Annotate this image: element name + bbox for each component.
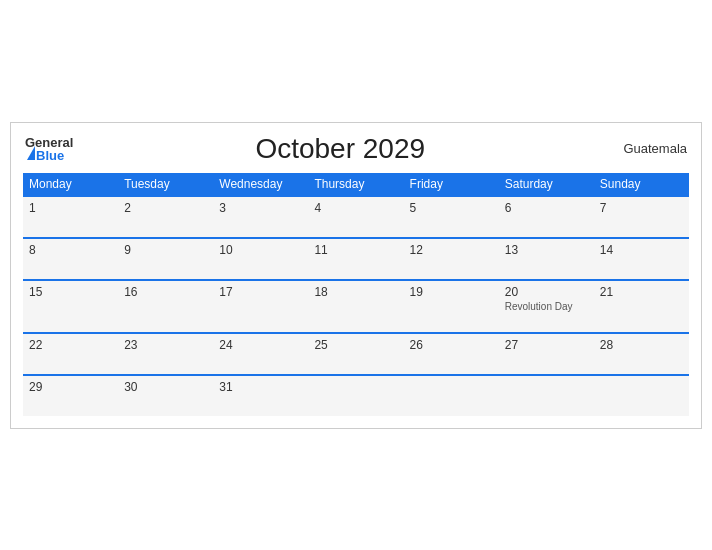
header-wednesday: Wednesday <box>213 173 308 196</box>
weekday-header-row: Monday Tuesday Wednesday Thursday Friday… <box>23 173 689 196</box>
calendar-week-row: 293031 <box>23 375 689 416</box>
calendar-day-cell: 30 <box>118 375 213 416</box>
calendar-day-cell: 21 <box>594 280 689 333</box>
calendar-day-cell: 15 <box>23 280 118 333</box>
calendar-day-cell <box>308 375 403 416</box>
day-number: 20 <box>505 285 588 299</box>
logo: General Blue <box>25 136 73 162</box>
calendar-day-cell: 28 <box>594 333 689 375</box>
logo-triangle-icon <box>27 146 35 160</box>
header-friday: Friday <box>404 173 499 196</box>
calendar-day-cell: 4 <box>308 196 403 238</box>
header-saturday: Saturday <box>499 173 594 196</box>
day-number: 11 <box>314 243 397 257</box>
calendar-day-cell: 14 <box>594 238 689 280</box>
calendar-day-cell: 22 <box>23 333 118 375</box>
day-number: 23 <box>124 338 207 352</box>
day-number: 8 <box>29 243 112 257</box>
header-sunday: Sunday <box>594 173 689 196</box>
day-number: 26 <box>410 338 493 352</box>
calendar-day-cell: 20Revolution Day <box>499 280 594 333</box>
calendar-day-cell: 8 <box>23 238 118 280</box>
calendar-day-cell: 31 <box>213 375 308 416</box>
calendar-day-cell <box>499 375 594 416</box>
day-number: 17 <box>219 285 302 299</box>
calendar-table: Monday Tuesday Wednesday Thursday Friday… <box>23 173 689 416</box>
calendar-day-cell: 24 <box>213 333 308 375</box>
calendar-day-cell: 18 <box>308 280 403 333</box>
calendar-day-cell: 6 <box>499 196 594 238</box>
day-number: 15 <box>29 285 112 299</box>
day-number: 21 <box>600 285 683 299</box>
header-monday: Monday <box>23 173 118 196</box>
calendar-day-cell <box>594 375 689 416</box>
day-number: 25 <box>314 338 397 352</box>
calendar-day-cell: 17 <box>213 280 308 333</box>
calendar-day-cell: 27 <box>499 333 594 375</box>
calendar-day-cell: 12 <box>404 238 499 280</box>
calendar-day-cell: 19 <box>404 280 499 333</box>
day-number: 1 <box>29 201 112 215</box>
calendar-day-cell: 26 <box>404 333 499 375</box>
calendar-day-cell: 29 <box>23 375 118 416</box>
day-number: 24 <box>219 338 302 352</box>
calendar-day-cell: 16 <box>118 280 213 333</box>
calendar-header: General Blue October 2029 Guatemala <box>23 133 689 165</box>
day-number: 12 <box>410 243 493 257</box>
logo-blue-text: Blue <box>36 149 64 162</box>
day-number: 14 <box>600 243 683 257</box>
day-number: 5 <box>410 201 493 215</box>
day-number: 10 <box>219 243 302 257</box>
month-title: October 2029 <box>73 133 607 165</box>
calendar-day-cell: 25 <box>308 333 403 375</box>
calendar-day-cell: 10 <box>213 238 308 280</box>
day-number: 19 <box>410 285 493 299</box>
calendar-week-row: 22232425262728 <box>23 333 689 375</box>
day-number: 6 <box>505 201 588 215</box>
calendar-week-row: 151617181920Revolution Day21 <box>23 280 689 333</box>
calendar-day-cell: 5 <box>404 196 499 238</box>
calendar-day-cell: 2 <box>118 196 213 238</box>
day-number: 9 <box>124 243 207 257</box>
holiday-label: Revolution Day <box>505 301 588 312</box>
header-thursday: Thursday <box>308 173 403 196</box>
calendar-day-cell: 23 <box>118 333 213 375</box>
day-number: 13 <box>505 243 588 257</box>
day-number: 27 <box>505 338 588 352</box>
day-number: 28 <box>600 338 683 352</box>
calendar-day-cell: 7 <box>594 196 689 238</box>
day-number: 31 <box>219 380 302 394</box>
calendar-day-cell <box>404 375 499 416</box>
header-tuesday: Tuesday <box>118 173 213 196</box>
day-number: 4 <box>314 201 397 215</box>
calendar-body: 1234567891011121314151617181920Revolutio… <box>23 196 689 416</box>
calendar-day-cell: 13 <box>499 238 594 280</box>
calendar-week-row: 891011121314 <box>23 238 689 280</box>
day-number: 18 <box>314 285 397 299</box>
day-number: 16 <box>124 285 207 299</box>
day-number: 2 <box>124 201 207 215</box>
calendar-day-cell: 3 <box>213 196 308 238</box>
country-label: Guatemala <box>607 141 687 156</box>
day-number: 30 <box>124 380 207 394</box>
calendar-week-row: 1234567 <box>23 196 689 238</box>
calendar-day-cell: 1 <box>23 196 118 238</box>
day-number: 7 <box>600 201 683 215</box>
day-number: 22 <box>29 338 112 352</box>
calendar-day-cell: 11 <box>308 238 403 280</box>
calendar-day-cell: 9 <box>118 238 213 280</box>
day-number: 29 <box>29 380 112 394</box>
day-number: 3 <box>219 201 302 215</box>
calendar-wrapper: General Blue October 2029 Guatemala Mond… <box>10 122 702 429</box>
